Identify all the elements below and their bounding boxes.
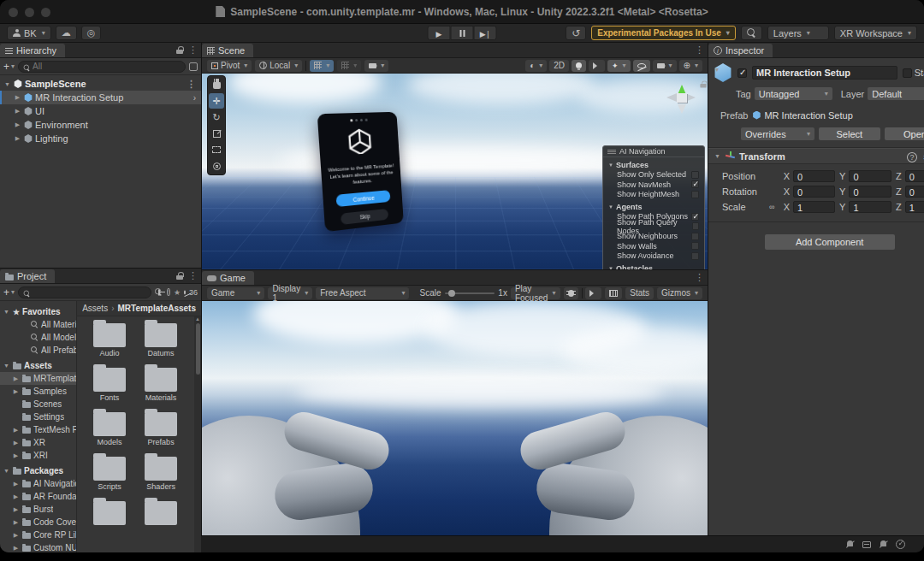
hierarchy-item[interactable]: SampleScene: [0, 77, 201, 91]
snap-increment-button[interactable]: [337, 60, 361, 72]
y-value-field[interactable]: 0: [849, 186, 891, 198]
status-ok-icon[interactable]: [896, 540, 905, 549]
project-tree-item[interactable]: TextMesh Pro: [0, 423, 76, 436]
foldout-icon[interactable]: [3, 309, 10, 315]
drag-handle-icon[interactable]: [607, 150, 616, 154]
nav-option-row[interactable]: ▼ Show Walls: [603, 241, 704, 251]
project-tree-item[interactable]: Burst: [0, 503, 76, 516]
z-value-field[interactable]: 0: [905, 170, 924, 182]
camera-snap-button[interactable]: [364, 60, 388, 72]
nav-option-row[interactable]: ▼ Show Path Query Nodes: [603, 221, 704, 232]
y-value-field[interactable]: 1: [849, 201, 891, 213]
foldout-icon[interactable]: [12, 388, 20, 395]
foldout-icon[interactable]: [12, 481, 20, 487]
vertical-scrollbar[interactable]: [194, 316, 201, 552]
foldout-icon[interactable]: [3, 468, 10, 474]
camera-overlay-dropdown[interactable]: [653, 60, 677, 72]
foldout-icon[interactable]: [12, 545, 20, 552]
foldout-icon[interactable]: [3, 363, 10, 369]
project-tree-item[interactable]: AI Navigation: [0, 477, 76, 490]
transform-tool-button[interactable]: [209, 158, 224, 174]
checkbox[interactable]: [691, 242, 699, 250]
active-checkbox[interactable]: [737, 68, 747, 78]
layers-dropdown[interactable]: Layers: [767, 26, 829, 40]
asset-folder[interactable]: Scripts: [84, 453, 135, 498]
nav-option-row[interactable]: ▼ Obstacles: [603, 263, 704, 269]
breadcrumb-current[interactable]: MRTemplateAssets: [117, 304, 196, 313]
scene-orientation-gizmo[interactable]: [662, 79, 702, 118]
gizmos-dropdown[interactable]: [679, 60, 702, 72]
x-value-field[interactable]: 0: [793, 186, 835, 198]
package-filter-icon[interactable]: [158, 289, 160, 296]
scale-slider[interactable]: [445, 292, 495, 294]
foldout-icon[interactable]: [14, 135, 21, 142]
experimental-packages-button[interactable]: Experimental Packages In Use: [591, 26, 736, 40]
2d-toggle[interactable]: 2D: [549, 60, 569, 72]
foldout-icon[interactable]: [14, 94, 21, 101]
search-button[interactable]: [741, 26, 762, 40]
asset-folder[interactable]: [135, 498, 187, 542]
transform-component-header[interactable]: Transform: [708, 148, 924, 164]
create-asset-button[interactable]: +: [3, 286, 15, 298]
nav-option-row[interactable]: ▼ Agents: [603, 202, 704, 212]
game-canvas[interactable]: [202, 301, 708, 535]
select-button[interactable]: Select: [819, 127, 880, 140]
view-tool-button[interactable]: [209, 77, 224, 92]
panel-menu-icon[interactable]: [695, 44, 704, 56]
maximize-window-button[interactable]: [41, 8, 50, 17]
checkbox[interactable]: [691, 233, 699, 240]
asset-folder[interactable]: Datums: [135, 320, 187, 364]
scene-picker-icon[interactable]: [189, 62, 198, 71]
scale-link-icon[interactable]: [769, 203, 779, 211]
rotation-lock-icon[interactable]: [700, 80, 706, 87]
breadcrumb-root[interactable]: Assets: [82, 304, 108, 313]
asset-folder[interactable]: [84, 498, 135, 542]
nav-option-row[interactable]: ▼ Show Only Selected: [603, 170, 704, 180]
project-tree-item[interactable]: Samples: [0, 385, 76, 398]
skip-button[interactable]: Skip: [341, 209, 388, 225]
rotate-tool-button[interactable]: [209, 109, 224, 125]
project-tree-item[interactable]: XRI: [0, 449, 76, 462]
asset-folder[interactable]: Materials: [135, 364, 187, 409]
scale-tool-button[interactable]: [209, 126, 224, 141]
y-value-field[interactable]: 0: [849, 170, 891, 182]
foldout-icon[interactable]: [12, 532, 20, 539]
add-object-button[interactable]: +: [3, 61, 15, 73]
notifications-muted-icon[interactable]: [846, 540, 854, 548]
foldout-icon[interactable]: ▼: [608, 204, 613, 210]
grid-visibility-toggle[interactable]: [310, 60, 334, 72]
foldout-icon[interactable]: [14, 108, 21, 115]
favorites-filter-icon[interactable]: ★: [174, 288, 181, 297]
scene-visibility-toggle[interactable]: [633, 60, 650, 72]
panel-menu-icon[interactable]: [188, 44, 198, 56]
asset-folder[interactable]: Audio: [84, 320, 135, 364]
vsync-button[interactable]: [605, 287, 622, 299]
z-value-field[interactable]: 0: [905, 186, 924, 198]
effects-dropdown[interactable]: [607, 60, 631, 72]
foldout-icon[interactable]: [12, 452, 20, 459]
foldout-icon[interactable]: ▼: [608, 162, 613, 168]
asset-folder[interactable]: Models: [84, 409, 135, 453]
checkbox[interactable]: [691, 171, 699, 179]
open-prefab-icon[interactable]: [193, 93, 196, 103]
close-window-button[interactable]: [9, 8, 18, 17]
hidden-packages-icon[interactable]: [184, 290, 186, 294]
hierarchy-item[interactable]: MR Interaction Setup: [0, 91, 201, 104]
continue-button[interactable]: Continue: [335, 190, 390, 207]
static-checkbox[interactable]: [903, 68, 912, 78]
foldout-icon[interactable]: [3, 81, 11, 87]
hierarchy-item[interactable]: UI: [0, 104, 201, 118]
project-search-input[interactable]: [18, 286, 151, 298]
tab-project[interactable]: Project: [0, 269, 55, 283]
stats-button[interactable]: Stats: [625, 287, 654, 299]
foldout-icon[interactable]: [714, 153, 721, 159]
handle-rotation-toggle[interactable]: Local: [255, 60, 302, 72]
warnings-icon[interactable]: !: [167, 288, 170, 296]
gameobject-name-field[interactable]: [752, 66, 897, 80]
nav-option-row[interactable]: ▼ Show Avoidance: [603, 251, 704, 262]
hierarchy-item[interactable]: Environment: [0, 118, 201, 132]
checkbox[interactable]: [691, 213, 699, 221]
panel-menu-icon[interactable]: [188, 270, 198, 281]
nav-option-row[interactable]: ▼ Show NavMesh: [603, 180, 704, 190]
nav-option-row[interactable]: ▼ Surfaces: [603, 160, 704, 170]
